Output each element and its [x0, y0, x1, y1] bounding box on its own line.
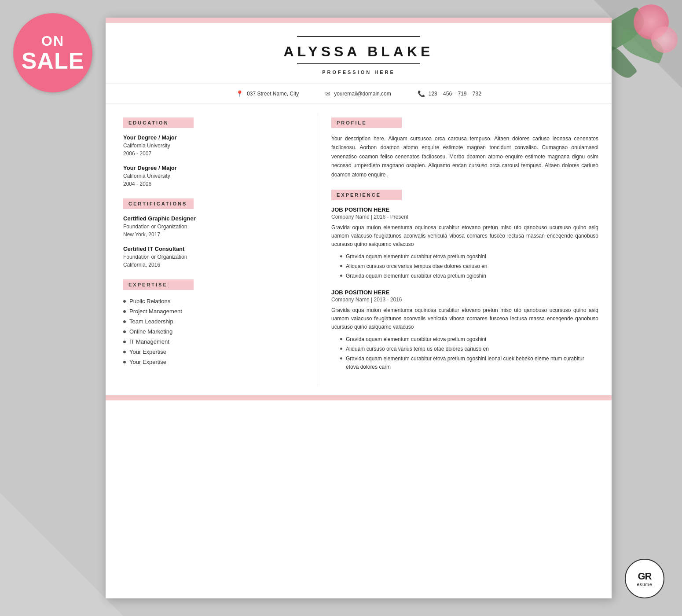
bullet-3: [123, 320, 126, 323]
email-text: youremail@domain.com: [334, 91, 391, 97]
contact-address: 📍 037 Street Name, City: [236, 90, 299, 97]
name-section: ALYSSA BLAKE PROFESSION HERE: [106, 23, 612, 84]
resume-profession: PROFESSION HERE: [123, 70, 594, 75]
sale-badge: ON SALE: [13, 13, 92, 92]
cert-entry-1: Certified Graphic Designer Foundation or…: [123, 215, 304, 238]
flower-2: [651, 26, 678, 53]
bullet-7: [123, 361, 126, 363]
experience-header: EXPERIENCE: [331, 190, 402, 200]
on-text: ON: [41, 33, 64, 49]
expertise-item-2: Project Management: [123, 306, 304, 316]
profile-header: PROFILE: [331, 117, 402, 128]
expertise-item-7: Your Expertise: [123, 357, 304, 367]
header-bar: [106, 18, 612, 23]
expertise-item-3: Team Leadership: [123, 316, 304, 326]
profile-text: Your description here. Aliquam cursusoa …: [331, 134, 598, 179]
resume-body: EDUCATION Your Degree / Major California…: [106, 104, 612, 395]
job-bullet-2-2: Aliquam cursuso orca varius temp us otae…: [340, 345, 598, 353]
contact-email: ✉ youremail@domain.com: [325, 90, 391, 97]
edu-degree-2: Your Degree / Major: [123, 165, 304, 171]
cert-title-2: Certified IT Consultant: [123, 246, 304, 252]
job-desc-1: Gravida oqua muion elementuma oquinosa c…: [331, 224, 598, 249]
job-title-1: JOB POSITION HERE: [331, 206, 598, 213]
bullet-2: [123, 310, 126, 313]
left-column: EDUCATION Your Degree / Major California…: [106, 113, 318, 386]
job-bullet-2-3: Gravida oquam elementum curabitur etova …: [340, 355, 598, 371]
education-section: EDUCATION Your Degree / Major California…: [123, 117, 304, 188]
certifications-header: CERTIFICATIONS: [123, 198, 194, 209]
job-desc-2: Gravida oqua muion elementuma oquinosa c…: [331, 306, 598, 332]
bullet-1: [123, 300, 126, 303]
experience-section: EXPERIENCE JOB POSITION HERE Company Nam…: [331, 190, 598, 371]
logo-badge: GR esume: [625, 559, 664, 598]
edu-entry-2: Your Degree / Major California Universit…: [123, 165, 304, 188]
job-company-2: Company Name | 2013 - 2016: [331, 297, 598, 303]
job-bullets-1: Gravida oquam elementum curabitur etova …: [331, 253, 598, 281]
name-line-top: [297, 36, 420, 37]
bullet-6: [123, 351, 126, 353]
name-line-bottom: [297, 63, 420, 64]
edu-entry-1: Your Degree / Major California Universit…: [123, 134, 304, 158]
job-bullet-1-1: Gravida oquam elementum curabitur etova …: [340, 253, 598, 261]
cert-location-1: New York, 2017: [123, 231, 304, 238]
job-bullet-1-2: Aliquam cursuso orca varius tempus otae …: [340, 262, 598, 271]
phone-text: 123 – 456 – 719 – 732: [429, 91, 481, 97]
cert-org-2: Foundation or Organization: [123, 253, 304, 261]
cert-entry-2: Certified IT Consultant Foundation or Or…: [123, 246, 304, 269]
bullet-5: [123, 341, 126, 343]
logo-esume: esume: [637, 582, 652, 587]
edu-school-2: California University: [123, 172, 304, 180]
edu-school-1: California University: [123, 142, 304, 150]
job-bullet-2-1: Gravida oquam elementum curabitur etova …: [340, 335, 598, 344]
expertise-list: Public Relations Project Management Team…: [123, 296, 304, 367]
job-entry-2: JOB POSITION HERE Company Name | 2013 - …: [331, 289, 598, 371]
cert-org-1: Foundation or Organization: [123, 223, 304, 231]
cert-title-1: Certified Graphic Designer: [123, 215, 304, 222]
expertise-header: EXPERTISE: [123, 279, 194, 290]
sale-text: SALE: [22, 49, 84, 72]
footer-bar: [106, 395, 612, 400]
logo-gr: GR: [638, 571, 652, 582]
cert-location-2: California, 2016: [123, 261, 304, 269]
bg-triangle-left: [0, 493, 123, 616]
resume-name: ALYSSA BLAKE: [123, 44, 594, 60]
contact-phone: 📞 123 – 456 – 719 – 732: [418, 90, 481, 97]
job-entry-1: JOB POSITION HERE Company Name | 2016 - …: [331, 206, 598, 280]
edu-years-2: 2004 - 2006: [123, 180, 304, 188]
bullet-4: [123, 330, 126, 333]
contact-bar: 📍 037 Street Name, City ✉ youremail@doma…: [106, 84, 612, 104]
address-text: 037 Street Name, City: [247, 91, 299, 97]
location-icon: 📍: [236, 90, 243, 97]
phone-icon: 📞: [418, 90, 425, 97]
job-bullets-2: Gravida oquam elementum curabitur etova …: [331, 335, 598, 372]
job-bullet-1-3: Gravida oquam elementum curabitur etova …: [340, 272, 598, 280]
expertise-item-4: Online Marketing: [123, 326, 304, 337]
expertise-item-1: Public Relations: [123, 296, 304, 306]
right-column: PROFILE Your description here. Aliquam c…: [318, 113, 612, 386]
certifications-section: CERTIFICATIONS Certified Graphic Designe…: [123, 198, 304, 269]
job-title-2: JOB POSITION HERE: [331, 289, 598, 296]
email-icon: ✉: [325, 90, 330, 97]
expertise-section: EXPERTISE Public Relations Project Manag…: [123, 279, 304, 367]
profile-section: PROFILE Your description here. Aliquam c…: [331, 117, 598, 179]
expertise-item-6: Your Expertise: [123, 347, 304, 357]
job-company-1: Company Name | 2016 - Present: [331, 214, 598, 220]
expertise-item-5: IT Management: [123, 337, 304, 347]
resume-document: ALYSSA BLAKE PROFESSION HERE 📍 037 Stree…: [106, 18, 612, 598]
education-header: EDUCATION: [123, 117, 194, 128]
edu-years-1: 2006 - 2007: [123, 150, 304, 158]
edu-degree-1: Your Degree / Major: [123, 134, 304, 141]
